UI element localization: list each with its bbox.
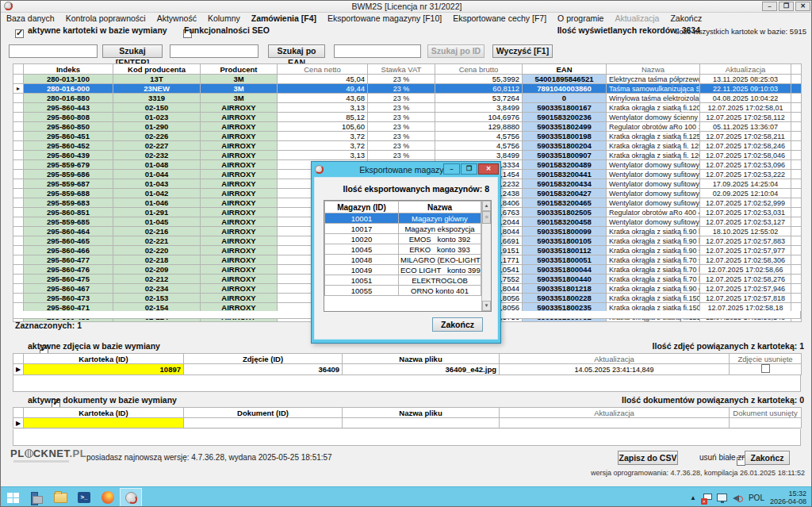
menu-item[interactable]: O programie bbox=[552, 13, 609, 23]
documents-data-row[interactable]: ▶ bbox=[13, 418, 802, 428]
table-row[interactable]: 280-013-10013T3M45,0423 %55,399254001895… bbox=[13, 75, 802, 84]
taskbar-powershell[interactable]: >_ bbox=[72, 487, 96, 507]
documents-col-nazwa[interactable]: Nazwa pliku bbox=[343, 408, 500, 418]
scroll-down-icon[interactable]: ▼ bbox=[482, 301, 491, 311]
menu-item[interactable]: Baza danych bbox=[1, 13, 60, 23]
records-col-header[interactable]: EAN bbox=[523, 64, 607, 75]
dialog-maximize-button[interactable]: ❐ bbox=[461, 163, 477, 175]
restore-button[interactable]: ❐ bbox=[779, 2, 794, 11]
taskbar-firefox[interactable] bbox=[96, 487, 120, 507]
photos-col-kartoteka[interactable]: Kartoteka (ID) bbox=[24, 354, 184, 364]
volume-muted-icon[interactable] bbox=[733, 493, 743, 502]
cell-kod: 01-291 bbox=[113, 208, 201, 217]
dialog-minimize-button[interactable]: – bbox=[443, 163, 460, 175]
menu-item[interactable]: Zamówienia [F4] bbox=[246, 13, 322, 23]
table-row[interactable]: 295-860-45102-226AIRROXY3,7223 %4,575659… bbox=[13, 132, 802, 141]
menu-item[interactable]: Zakończ bbox=[665, 13, 707, 23]
search-ean-button[interactable]: Szukaj po EAN bbox=[268, 44, 325, 58]
records-col-header[interactable]: Cena netto bbox=[278, 64, 368, 75]
exit-button[interactable]: Zakończ bbox=[745, 451, 790, 465]
warehouse-row[interactable]: 10049ECO LIGHT konto 399 bbox=[325, 265, 481, 275]
photos-col-usuniete[interactable]: Zdjęcie usunięte bbox=[730, 354, 802, 364]
cell-indeks: 295-860-476 bbox=[24, 265, 113, 275]
records-col-header[interactable]: Stawka VAT bbox=[368, 64, 435, 75]
warehouse-row[interactable]: 10017Magazyn ekspozycja bbox=[325, 224, 481, 234]
search-index-input[interactable] bbox=[9, 44, 98, 58]
warehouse-row[interactable]: 10045ERKO konto 393 bbox=[325, 244, 481, 255]
records-col-header[interactable]: Nazwa bbox=[607, 64, 700, 75]
photos-col-aktualizacja[interactable]: Aktualizacja bbox=[500, 354, 730, 364]
documents-col-dokument[interactable]: Dokument (ID) bbox=[184, 408, 343, 418]
close-button[interactable]: ✕ bbox=[795, 2, 810, 11]
warehouse-row[interactable]: 10051ELEKTROGLOB bbox=[325, 275, 481, 286]
search-enter-button[interactable]: Szukaj [ENTER] bbox=[102, 44, 163, 58]
warehouse-row[interactable]: 10001Magazyn główny bbox=[325, 213, 481, 224]
warehouses-col-header[interactable]: Magazyn (ID) bbox=[325, 202, 399, 213]
photos-data-row[interactable]: ▶ 10897 36409 36409_e42.jpg 14.05.2025 2… bbox=[13, 364, 802, 375]
table-row[interactable]: 280-016-88033193M43,6823 %53,72640Winylo… bbox=[13, 94, 802, 103]
documents-col-aktualizacja[interactable]: Aktualizacja bbox=[500, 408, 730, 418]
hidden-icons-chevron[interactable]: ▲ bbox=[690, 494, 696, 501]
photo-kartoteka-id: 10897 bbox=[24, 364, 184, 375]
warehouse-name: ORNO konto 401 bbox=[399, 286, 481, 296]
records-col-header[interactable]: Aktualizacja bbox=[700, 64, 791, 75]
dialog-close-icon-button[interactable]: ✕ bbox=[478, 163, 499, 175]
warehouse-row[interactable]: 10048MILAGRO (EKO-LIGHT) konto 39 bbox=[325, 255, 481, 265]
scroll-thumb[interactable]: ≡ bbox=[482, 211, 491, 224]
active-cards-checkbox[interactable] bbox=[15, 29, 24, 38]
minimize-button[interactable]: – bbox=[762, 2, 777, 11]
records-col-header[interactable]: Indeks bbox=[24, 64, 113, 75]
cell-vat: 23 % bbox=[368, 122, 435, 132]
photos-col-zdjecie[interactable]: Zdjęcie (ID) bbox=[184, 354, 343, 364]
dialog-close-button[interactable]: Zakończ bbox=[432, 317, 483, 332]
clear-button[interactable]: Wyczyść [F1] bbox=[492, 44, 553, 58]
scroll-up-icon[interactable]: ▲ bbox=[482, 201, 491, 211]
menu-item[interactable]: Aktywność bbox=[151, 13, 202, 23]
table-row[interactable]: 295-860-44302-150AIRROXY3,1323 %3,849959… bbox=[13, 103, 802, 113]
language-indicator[interactable]: POL bbox=[749, 494, 764, 502]
row-selector-arrow: ▶ bbox=[13, 364, 24, 375]
cell-kod: 02-220 bbox=[113, 246, 201, 255]
documents-col-kartoteka[interactable]: Kartoteka (ID) bbox=[24, 408, 184, 418]
menu-item[interactable]: Eksportowane magazyny [F10] bbox=[322, 13, 447, 23]
table-row[interactable]: 295-860-43902-232AIRROXY3,1323 %3,849959… bbox=[13, 151, 802, 160]
photo-deleted-checkbox[interactable] bbox=[761, 364, 770, 373]
search-ean-input[interactable] bbox=[170, 44, 259, 58]
table-row[interactable]: ▸280-016-00023NEW3M49,4423 %60,811278910… bbox=[13, 84, 802, 94]
active-documents-label: aktywne dokumenty w bazie wymiany bbox=[28, 395, 177, 405]
network-icon[interactable] bbox=[717, 494, 727, 501]
menu-item[interactable]: Eksportowane cechy [F7] bbox=[447, 13, 552, 23]
taskbar-file-explorer[interactable] bbox=[48, 487, 72, 507]
table-row[interactable]: 295-860-80801-023AIRROXY85,1223 %104,697… bbox=[13, 113, 802, 122]
documents-col-usuniety[interactable]: Dokument usunięty bbox=[730, 408, 802, 418]
warehouses-scrollbar[interactable]: ▲ ≡ ▼ bbox=[481, 201, 491, 311]
warehouses-col-header[interactable]: Nazwa bbox=[399, 202, 481, 213]
cell-ean: 5901583200427 bbox=[523, 189, 607, 198]
cell-indeks: 295-859-686 bbox=[24, 170, 113, 179]
action-center-flag-icon[interactable] bbox=[702, 493, 711, 503]
menu-item[interactable]: Kolumny bbox=[202, 13, 246, 23]
records-col-header[interactable]: Producent bbox=[201, 64, 278, 75]
warehouse-row[interactable]: 10020EMOS konto 392 bbox=[325, 234, 481, 244]
taskbar-bwm2s-active[interactable] bbox=[120, 488, 142, 507]
records-col-header[interactable]: Kod producenta bbox=[113, 64, 201, 75]
warehouse-row[interactable]: 10055ORNO konto 401 bbox=[325, 286, 481, 296]
clock[interactable]: 15:32 2026-04-08 bbox=[770, 490, 806, 505]
search-id-input[interactable] bbox=[334, 44, 421, 58]
cell-nazwa: Regulator obrotów aRo 400 4A 01- bbox=[607, 208, 700, 217]
cell-aktualizacja: 18.10.2025 12:55:02 bbox=[700, 227, 791, 236]
cell-ean: 5903351800105 bbox=[523, 236, 607, 246]
table-row[interactable]: 295-860-45202-227AIRROXY3,7223 %4,575659… bbox=[13, 141, 802, 151]
cell-producent: AIRROXY bbox=[201, 179, 278, 189]
photos-col-nazwa[interactable]: Nazwa pliku bbox=[343, 354, 500, 364]
cell-nazwa: Wentylator domowy sufitowy aRid bbox=[607, 160, 700, 170]
records-col-header[interactable]: Cena brutto bbox=[435, 64, 523, 75]
table-row[interactable]: 295-860-85001-290AIRROXY105,6023 %129,88… bbox=[13, 122, 802, 132]
cell-aktualizacja: 12.07.2025 17:02:58,306 bbox=[700, 255, 791, 265]
menu-item[interactable]: Kontrola poprawności bbox=[60, 13, 151, 23]
taskbar-server-manager[interactable] bbox=[25, 487, 48, 507]
cell-aktualizacja: 12.07.2025 17:02:53,031 bbox=[700, 208, 791, 217]
cell-aktualizacja: 12.07.2025 17:02:57,883 bbox=[700, 236, 791, 246]
save-csv-button[interactable]: Zapisz do CSV bbox=[618, 451, 678, 465]
start-button[interactable] bbox=[1, 487, 25, 507]
